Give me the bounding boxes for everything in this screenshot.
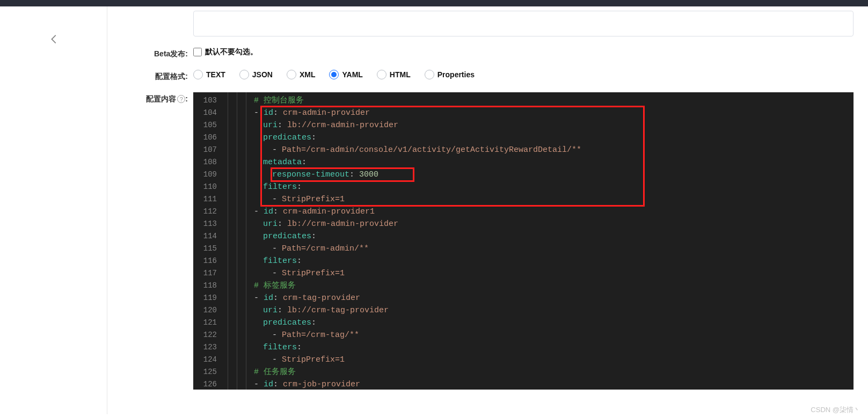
code-line: filters: (227, 341, 854, 354)
code-line: predicates: (227, 230, 854, 243)
code-line: - Path=/crm-tag/** (227, 329, 854, 341)
code-line: # 任务服务 (227, 366, 854, 378)
code-line: uri: lb://crm-admin-provider (227, 218, 854, 230)
window-topbar (0, 0, 868, 6)
code-line: uri: lb://crm-admin-provider (227, 119, 854, 131)
code-line: filters: (227, 181, 854, 193)
line-number: 120 (193, 304, 227, 317)
left-sidebar (0, 6, 107, 414)
row-text-input (118, 11, 868, 36)
line-number: 124 (193, 354, 227, 366)
line-number: 104 (193, 107, 227, 119)
line-number: 103 (193, 94, 227, 107)
code-line: - StripPrefix=1 (227, 267, 854, 280)
code-line: # 控制台服务 (227, 94, 854, 107)
help-icon[interactable]: ? (177, 95, 185, 103)
beta-checkbox-wrap[interactable]: 默认不要勾选。 (193, 47, 868, 57)
line-number: 116 (193, 255, 227, 267)
code-line: - Path=/crm-admin/console/v1/activity/ge… (227, 144, 854, 156)
main-form: Beta发布: 默认不要勾选。 配置格式: TEXTJSONXMLYAMLHTM… (107, 6, 868, 414)
code-line: filters: (227, 255, 854, 267)
radio-label: TEXT (206, 70, 225, 79)
format-radio-yaml[interactable]: YAML (329, 70, 362, 79)
row-content: 配置内容?: 103104105106107108109110111112113… (118, 92, 868, 390)
line-number: 125 (193, 366, 227, 378)
format-radio-xml[interactable]: XML (287, 70, 316, 79)
format-radio-html[interactable]: HTML (377, 70, 411, 79)
line-number: 108 (193, 156, 227, 168)
line-number: 119 (193, 292, 227, 304)
large-text-input[interactable] (193, 11, 854, 36)
line-number: 114 (193, 230, 227, 243)
radio-label: JSON (252, 70, 273, 79)
beta-checkbox[interactable] (193, 48, 202, 56)
code-line: # 标签服务 (227, 280, 854, 292)
radio-circle-icon (193, 70, 203, 79)
line-number: 109 (193, 168, 227, 181)
radio-label: XML (300, 70, 316, 79)
radio-circle-icon (425, 70, 434, 79)
format-radio-properties[interactable]: Properties (425, 70, 475, 79)
line-number: 106 (193, 131, 227, 144)
code-line: - StripPrefix=1 (227, 354, 854, 366)
code-line: - id: crm-tag-provider (227, 292, 854, 304)
code-line: response-timeout: 3000 (227, 168, 854, 181)
watermark: CSDN @柒情丶 (811, 405, 860, 414)
code-editor[interactable]: 1031041051061071081091101111121131141151… (193, 92, 854, 390)
line-number: 107 (193, 144, 227, 156)
code-line: - id: crm-admin-provider1 (227, 206, 854, 218)
code-line: - Path=/crm-admin/** (227, 243, 854, 255)
format-radio-text[interactable]: TEXT (193, 70, 225, 79)
radio-circle-icon (287, 70, 296, 79)
back-button[interactable] (48, 33, 60, 47)
line-number: 126 (193, 378, 227, 390)
line-number: 118 (193, 280, 227, 292)
line-number: 123 (193, 341, 227, 354)
radio-label: HTML (390, 70, 411, 79)
radio-circle-icon (329, 70, 339, 79)
code-line: uri: lb://crm-tag-provider (227, 304, 854, 317)
line-number-gutter: 1031041051061071081091101111121131141151… (193, 92, 227, 390)
format-label: 配置格式: (118, 70, 193, 82)
content-label: 配置内容?: (118, 92, 193, 104)
code-line: - StripPrefix=1 (227, 193, 854, 206)
radio-circle-icon (239, 70, 249, 79)
line-number: 113 (193, 218, 227, 230)
format-radio-json[interactable]: JSON (239, 70, 273, 79)
code-line: - id: crm-job-provider (227, 378, 854, 390)
chevron-left-icon (48, 33, 60, 45)
line-number: 111 (193, 193, 227, 206)
line-number: 112 (193, 206, 227, 218)
line-number: 122 (193, 329, 227, 341)
line-number: 105 (193, 119, 227, 131)
line-number: 110 (193, 181, 227, 193)
beta-checkbox-text: 默认不要勾选。 (205, 47, 258, 57)
code-body[interactable]: # 控制台服务- id: crm-admin-provideruri: lb:/… (227, 92, 854, 390)
line-number: 117 (193, 267, 227, 280)
radio-label: YAML (342, 70, 362, 79)
code-line: predicates: (227, 131, 854, 144)
format-radio-group: TEXTJSONXMLYAMLHTMLProperties (193, 70, 868, 79)
row-format: 配置格式: TEXTJSONXMLYAMLHTMLProperties (118, 70, 868, 82)
radio-circle-icon (377, 70, 386, 79)
code-line: predicates: (227, 317, 854, 329)
beta-label: Beta发布: (118, 47, 193, 59)
line-number: 115 (193, 243, 227, 255)
row-beta: Beta发布: 默认不要勾选。 (118, 47, 868, 59)
radio-label: Properties (437, 70, 475, 79)
line-number: 121 (193, 317, 227, 329)
code-line: - id: crm-admin-provider (227, 107, 854, 119)
code-line: metadata: (227, 156, 854, 168)
